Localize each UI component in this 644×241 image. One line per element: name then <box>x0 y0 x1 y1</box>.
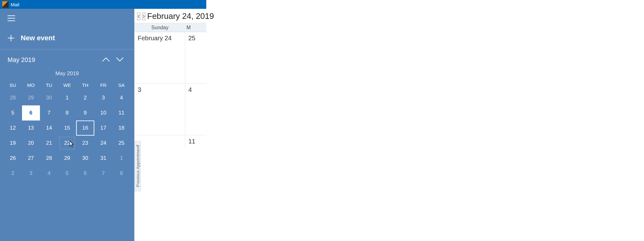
mini-calendar-dow: SA <box>112 81 130 90</box>
mini-calendar-day[interactable]: 27 <box>22 151 40 166</box>
mini-calendar-day[interactable]: 8 <box>112 166 130 181</box>
mini-calendar-dow: SU <box>4 81 22 90</box>
app-icon <box>2 1 9 8</box>
title-bar: Mail <box>0 0 206 9</box>
mini-calendar-day[interactable]: 28 <box>4 90 22 105</box>
mini-calendar-dow: FR <box>94 81 113 90</box>
mini-calendar-day[interactable]: 6 <box>76 166 94 181</box>
mini-calendar-day[interactable]: 20 <box>22 136 40 151</box>
calendar-cell[interactable]: 3 <box>135 84 185 135</box>
mini-calendar-day[interactable]: 12 <box>4 120 22 136</box>
calendar-main: February 24, 2019 Sunday M February 2425… <box>134 9 206 241</box>
mini-calendar-day[interactable]: 29 <box>22 90 40 105</box>
month-nav-label: May 2019 <box>8 56 99 64</box>
weekday-sunday: Sunday <box>135 25 185 31</box>
mini-calendar-day[interactable]: 11 <box>112 105 130 120</box>
mini-calendar-day[interactable]: 13 <box>22 120 40 136</box>
mini-calendar-day[interactable]: 4 <box>112 90 130 105</box>
mini-calendar-day[interactable]: 29 <box>58 151 76 166</box>
mini-calendar-day[interactable]: 7 <box>40 105 58 120</box>
weekday-monday-partial: M <box>185 25 206 31</box>
prev-range-button[interactable] <box>137 13 140 20</box>
mini-calendar-day[interactable]: 30 <box>40 90 58 105</box>
next-range-button[interactable] <box>142 13 145 20</box>
mini-calendar-day[interactable]: 2 <box>76 90 94 105</box>
mini-calendar-day[interactable]: 31 <box>94 151 113 166</box>
mini-calendar-day[interactable]: 7 <box>94 166 113 181</box>
mini-calendar-day[interactable]: 3 <box>22 166 40 181</box>
calendar-cell[interactable]: 4 <box>185 84 206 135</box>
new-event-button[interactable]: New event <box>0 30 134 49</box>
mini-calendar-day[interactable]: 4 <box>40 166 58 181</box>
weekday-header-row: Sunday M <box>135 23 206 32</box>
mini-calendar-day[interactable]: 30 <box>76 151 94 166</box>
mini-calendar-day[interactable]: 15 <box>58 120 76 136</box>
mini-calendar-dow: TH <box>76 81 94 90</box>
plus-icon <box>8 35 14 42</box>
mini-calendar-day[interactable]: 10 <box>94 105 113 120</box>
mini-calendar-dow: MO <box>22 81 40 90</box>
date-title: February 24, 2019 <box>147 11 214 21</box>
calendar-cell[interactable]: 11 <box>185 135 206 148</box>
mini-calendar-day[interactable]: 16 <box>76 120 94 136</box>
new-event-label: New event <box>21 34 55 42</box>
mini-calendar-day[interactable]: 6 <box>22 105 40 120</box>
mini-calendar-day[interactable]: 8 <box>58 105 76 120</box>
mini-calendar-day[interactable]: 17 <box>94 120 113 136</box>
mini-calendar-day[interactable]: 9 <box>76 105 94 120</box>
mini-calendar-day[interactable]: 22 <box>58 136 76 151</box>
mini-calendar-day[interactable]: 14 <box>40 120 58 136</box>
calendar-week-row: February 2425 <box>135 32 206 84</box>
mini-calendar-day[interactable]: 26 <box>4 151 22 166</box>
mini-calendar-day[interactable]: 2 <box>4 166 22 181</box>
mini-calendar-month-label: May 2019 <box>4 70 130 77</box>
sidebar: New event May 2019 May 2019 SUMOTUWETHFR… <box>0 9 134 241</box>
hamburger-menu-button[interactable] <box>4 11 19 26</box>
mini-calendar-day[interactable]: 5 <box>4 105 22 120</box>
mini-calendar-day[interactable]: 1 <box>112 151 130 166</box>
month-next-button[interactable] <box>113 56 127 64</box>
mini-calendar-day[interactable]: 23 <box>76 136 94 151</box>
mini-calendar-day[interactable]: 18 <box>112 120 130 136</box>
calendar-cell[interactable] <box>135 135 185 148</box>
mini-calendar-dow: WE <box>58 81 76 90</box>
calendar-week-row: 11 <box>135 135 206 148</box>
mini-calendar-day[interactable]: 3 <box>94 90 113 105</box>
mini-calendar-day[interactable]: 1 <box>58 90 76 105</box>
mini-calendar: May 2019 SUMOTUWETHFRSA 2829301234567891… <box>0 68 134 181</box>
previous-appointment-tab[interactable]: ⇤ Previous Appointment <box>135 141 141 191</box>
previous-appointment-label: Previous Appointment <box>136 145 140 187</box>
mini-calendar-day[interactable]: 5 <box>58 166 76 181</box>
mini-calendar-day[interactable]: 21 <box>40 136 58 151</box>
calendar-cell[interactable]: February 24 <box>135 32 185 83</box>
date-header: February 24, 2019 <box>135 9 206 23</box>
mini-calendar-day[interactable]: 19 <box>4 136 22 151</box>
month-navigator: May 2019 <box>0 49 134 68</box>
mini-calendar-day[interactable]: 24 <box>94 136 113 151</box>
mini-calendar-day[interactable]: 25 <box>112 136 130 151</box>
calendar-week-row: 34 <box>135 84 206 135</box>
mini-calendar-day[interactable]: 28 <box>40 151 58 166</box>
app-title: Mail <box>11 2 19 7</box>
calendar-cell[interactable]: 25 <box>185 32 206 83</box>
month-prev-button[interactable] <box>99 56 113 64</box>
mini-calendar-dow: TU <box>40 81 58 90</box>
